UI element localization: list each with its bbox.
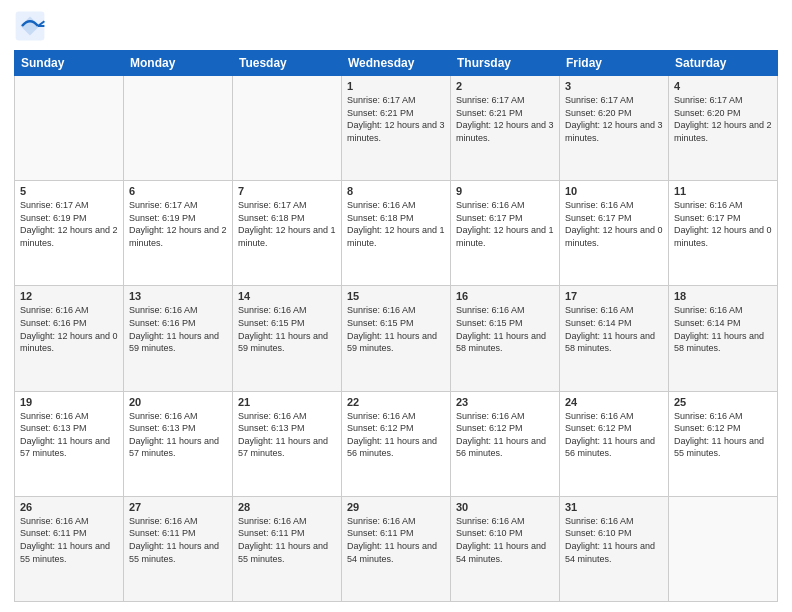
calendar-cell: 29Sunrise: 6:16 AM Sunset: 6:11 PM Dayli… [342,496,451,601]
day-number: 13 [129,290,227,302]
calendar-cell: 23Sunrise: 6:16 AM Sunset: 6:12 PM Dayli… [451,391,560,496]
calendar-header-row: SundayMondayTuesdayWednesdayThursdayFrid… [15,51,778,76]
day-info: Sunrise: 6:16 AM Sunset: 6:17 PM Dayligh… [565,199,663,249]
day-info: Sunrise: 6:16 AM Sunset: 6:11 PM Dayligh… [129,515,227,565]
calendar-cell: 15Sunrise: 6:16 AM Sunset: 6:15 PM Dayli… [342,286,451,391]
day-info: Sunrise: 6:16 AM Sunset: 6:13 PM Dayligh… [129,410,227,460]
calendar-cell [669,496,778,601]
day-info: Sunrise: 6:16 AM Sunset: 6:16 PM Dayligh… [20,304,118,354]
calendar: SundayMondayTuesdayWednesdayThursdayFrid… [14,50,778,602]
calendar-cell: 6Sunrise: 6:17 AM Sunset: 6:19 PM Daylig… [124,181,233,286]
calendar-cell: 13Sunrise: 6:16 AM Sunset: 6:16 PM Dayli… [124,286,233,391]
logo [14,10,50,42]
calendar-cell: 17Sunrise: 6:16 AM Sunset: 6:14 PM Dayli… [560,286,669,391]
day-info: Sunrise: 6:17 AM Sunset: 6:20 PM Dayligh… [674,94,772,144]
calendar-cell: 26Sunrise: 6:16 AM Sunset: 6:11 PM Dayli… [15,496,124,601]
day-info: Sunrise: 6:16 AM Sunset: 6:15 PM Dayligh… [456,304,554,354]
calendar-cell: 21Sunrise: 6:16 AM Sunset: 6:13 PM Dayli… [233,391,342,496]
day-header-friday: Friday [560,51,669,76]
day-info: Sunrise: 6:16 AM Sunset: 6:15 PM Dayligh… [238,304,336,354]
calendar-cell: 9Sunrise: 6:16 AM Sunset: 6:17 PM Daylig… [451,181,560,286]
day-number: 8 [347,185,445,197]
calendar-cell: 28Sunrise: 6:16 AM Sunset: 6:11 PM Dayli… [233,496,342,601]
logo-icon [14,10,46,42]
day-number: 6 [129,185,227,197]
calendar-cell: 12Sunrise: 6:16 AM Sunset: 6:16 PM Dayli… [15,286,124,391]
day-number: 2 [456,80,554,92]
calendar-cell: 19Sunrise: 6:16 AM Sunset: 6:13 PM Dayli… [15,391,124,496]
week-row-4: 19Sunrise: 6:16 AM Sunset: 6:13 PM Dayli… [15,391,778,496]
calendar-cell: 22Sunrise: 6:16 AM Sunset: 6:12 PM Dayli… [342,391,451,496]
day-header-tuesday: Tuesday [233,51,342,76]
day-info: Sunrise: 6:16 AM Sunset: 6:12 PM Dayligh… [674,410,772,460]
day-info: Sunrise: 6:16 AM Sunset: 6:17 PM Dayligh… [456,199,554,249]
day-number: 9 [456,185,554,197]
day-info: Sunrise: 6:17 AM Sunset: 6:20 PM Dayligh… [565,94,663,144]
day-info: Sunrise: 6:16 AM Sunset: 6:11 PM Dayligh… [347,515,445,565]
day-number: 28 [238,501,336,513]
day-number: 11 [674,185,772,197]
day-info: Sunrise: 6:16 AM Sunset: 6:14 PM Dayligh… [674,304,772,354]
day-number: 26 [20,501,118,513]
day-number: 24 [565,396,663,408]
day-info: Sunrise: 6:16 AM Sunset: 6:10 PM Dayligh… [456,515,554,565]
week-row-2: 5Sunrise: 6:17 AM Sunset: 6:19 PM Daylig… [15,181,778,286]
day-header-saturday: Saturday [669,51,778,76]
week-row-5: 26Sunrise: 6:16 AM Sunset: 6:11 PM Dayli… [15,496,778,601]
day-number: 14 [238,290,336,302]
calendar-cell [15,76,124,181]
week-row-3: 12Sunrise: 6:16 AM Sunset: 6:16 PM Dayli… [15,286,778,391]
calendar-cell: 24Sunrise: 6:16 AM Sunset: 6:12 PM Dayli… [560,391,669,496]
day-info: Sunrise: 6:16 AM Sunset: 6:13 PM Dayligh… [20,410,118,460]
day-info: Sunrise: 6:17 AM Sunset: 6:19 PM Dayligh… [129,199,227,249]
day-header-monday: Monday [124,51,233,76]
calendar-cell: 14Sunrise: 6:16 AM Sunset: 6:15 PM Dayli… [233,286,342,391]
day-info: Sunrise: 6:16 AM Sunset: 6:12 PM Dayligh… [565,410,663,460]
calendar-cell: 11Sunrise: 6:16 AM Sunset: 6:17 PM Dayli… [669,181,778,286]
day-number: 21 [238,396,336,408]
day-info: Sunrise: 6:17 AM Sunset: 6:18 PM Dayligh… [238,199,336,249]
calendar-cell [124,76,233,181]
day-number: 7 [238,185,336,197]
calendar-cell: 31Sunrise: 6:16 AM Sunset: 6:10 PM Dayli… [560,496,669,601]
calendar-cell: 5Sunrise: 6:17 AM Sunset: 6:19 PM Daylig… [15,181,124,286]
day-info: Sunrise: 6:16 AM Sunset: 6:12 PM Dayligh… [456,410,554,460]
day-info: Sunrise: 6:16 AM Sunset: 6:10 PM Dayligh… [565,515,663,565]
day-info: Sunrise: 6:16 AM Sunset: 6:13 PM Dayligh… [238,410,336,460]
calendar-cell: 8Sunrise: 6:16 AM Sunset: 6:18 PM Daylig… [342,181,451,286]
day-number: 5 [20,185,118,197]
calendar-cell: 4Sunrise: 6:17 AM Sunset: 6:20 PM Daylig… [669,76,778,181]
day-header-thursday: Thursday [451,51,560,76]
day-number: 29 [347,501,445,513]
day-number: 23 [456,396,554,408]
calendar-cell: 10Sunrise: 6:16 AM Sunset: 6:17 PM Dayli… [560,181,669,286]
day-number: 27 [129,501,227,513]
day-number: 10 [565,185,663,197]
calendar-cell: 2Sunrise: 6:17 AM Sunset: 6:21 PM Daylig… [451,76,560,181]
calendar-cell: 16Sunrise: 6:16 AM Sunset: 6:15 PM Dayli… [451,286,560,391]
week-row-1: 1Sunrise: 6:17 AM Sunset: 6:21 PM Daylig… [15,76,778,181]
calendar-cell: 27Sunrise: 6:16 AM Sunset: 6:11 PM Dayli… [124,496,233,601]
day-info: Sunrise: 6:16 AM Sunset: 6:11 PM Dayligh… [238,515,336,565]
calendar-cell: 30Sunrise: 6:16 AM Sunset: 6:10 PM Dayli… [451,496,560,601]
calendar-cell [233,76,342,181]
day-number: 25 [674,396,772,408]
day-info: Sunrise: 6:16 AM Sunset: 6:17 PM Dayligh… [674,199,772,249]
day-info: Sunrise: 6:16 AM Sunset: 6:15 PM Dayligh… [347,304,445,354]
day-header-wednesday: Wednesday [342,51,451,76]
header [14,10,778,42]
calendar-cell: 20Sunrise: 6:16 AM Sunset: 6:13 PM Dayli… [124,391,233,496]
day-header-sunday: Sunday [15,51,124,76]
day-number: 1 [347,80,445,92]
calendar-cell: 3Sunrise: 6:17 AM Sunset: 6:20 PM Daylig… [560,76,669,181]
calendar-cell: 18Sunrise: 6:16 AM Sunset: 6:14 PM Dayli… [669,286,778,391]
day-number: 17 [565,290,663,302]
day-number: 20 [129,396,227,408]
day-number: 31 [565,501,663,513]
day-number: 15 [347,290,445,302]
day-number: 22 [347,396,445,408]
calendar-cell: 1Sunrise: 6:17 AM Sunset: 6:21 PM Daylig… [342,76,451,181]
day-info: Sunrise: 6:17 AM Sunset: 6:21 PM Dayligh… [347,94,445,144]
calendar-cell: 7Sunrise: 6:17 AM Sunset: 6:18 PM Daylig… [233,181,342,286]
day-info: Sunrise: 6:17 AM Sunset: 6:21 PM Dayligh… [456,94,554,144]
